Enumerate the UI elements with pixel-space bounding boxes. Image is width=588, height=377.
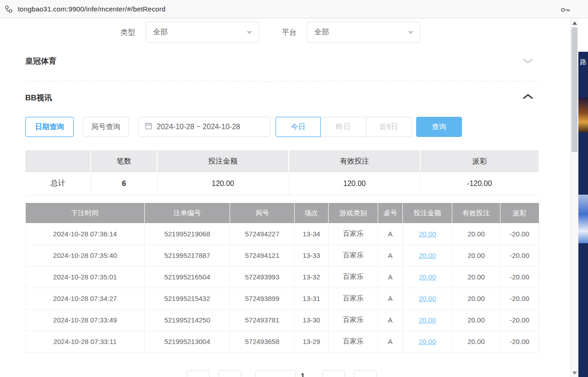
chevron-down-icon[interactable] bbox=[522, 57, 534, 66]
header-payout: 派彩 bbox=[500, 203, 539, 223]
cell-table-no: A bbox=[378, 266, 403, 288]
url-text[interactable]: tongbao31.com:9900/infe/mcenter/#/betRec… bbox=[18, 5, 165, 13]
cell-valid-bet: 20.00 bbox=[452, 331, 500, 352]
table-row: 2024-10-28 07:33:49 521995214250 5724937… bbox=[26, 309, 539, 331]
pagination-current-page: 1 bbox=[301, 372, 305, 377]
cell-round-no: 572494121 bbox=[230, 245, 295, 266]
address-bar[interactable]: tongbao31.com:9900/infe/mcenter/#/betRec… bbox=[0, 0, 588, 18]
cell-payout: -20.00 bbox=[500, 288, 539, 309]
cell-bet-time: 2024-10-28 07:35:01 bbox=[26, 266, 145, 288]
vertical-scrollbar[interactable] bbox=[570, 19, 578, 377]
header-table-no: 桌号 bbox=[378, 203, 403, 223]
bet-amount-link[interactable]: 20.00 bbox=[403, 288, 452, 309]
bet-amount-link[interactable]: 20.00 bbox=[403, 331, 452, 352]
table-row: 2024-10-28 07:35:40 521995217887 5724941… bbox=[26, 245, 539, 266]
pagination-page-input[interactable] bbox=[255, 370, 296, 377]
pagination-prev-button[interactable] bbox=[219, 370, 242, 377]
last8days-button[interactable]: 近8日 bbox=[366, 117, 412, 137]
query-button[interactable]: 查询 bbox=[416, 117, 462, 137]
cell-table-no: A bbox=[378, 245, 403, 266]
platform-select[interactable]: 全部 bbox=[307, 22, 420, 43]
summary-header-empty bbox=[25, 150, 91, 172]
quick-range-group: 今日 昨日 近8日 bbox=[275, 117, 412, 137]
cell-bet-time: 2024-10-28 07:33:11 bbox=[26, 331, 145, 352]
cell-session: 13-34 bbox=[295, 223, 329, 245]
summary-table: 笔数 投注金额 有效投注 派彩 总计 6 120.00 120.00 -120.… bbox=[25, 150, 539, 196]
section-bb-video: BB视讯 bbox=[25, 93, 52, 103]
cell-bet-no: 521995215432 bbox=[145, 288, 230, 309]
today-button[interactable]: 今日 bbox=[275, 117, 321, 137]
cell-game-type: 百家乐 bbox=[329, 288, 378, 309]
caret-down-icon bbox=[247, 31, 252, 34]
header-valid-bet: 有效投注 bbox=[452, 203, 500, 223]
cell-session: 13-30 bbox=[295, 309, 329, 331]
cell-bet-time: 2024-10-28 07:34:27 bbox=[26, 288, 145, 309]
cell-bet-no: 521995214250 bbox=[145, 309, 230, 331]
bet-record-page: 类型 全部 平台 全部 皇冠体育 BB视讯 日期查询 局号查询 bbox=[0, 19, 570, 377]
summary-header-row: 笔数 投注金额 有效投注 派彩 bbox=[25, 150, 539, 172]
side-banner-fragment[interactable] bbox=[578, 195, 588, 243]
type-select-value: 全部 bbox=[153, 27, 168, 37]
summary-header-bet: 投注金额 bbox=[157, 150, 289, 172]
arrow-up-icon[interactable] bbox=[572, 22, 577, 25]
cell-session: 13-33 bbox=[295, 245, 329, 266]
cell-payout: -20.00 bbox=[500, 266, 539, 288]
cell-session: 13-31 bbox=[295, 288, 329, 309]
table-row: 2024-10-28 07:34:27 521995215432 5724938… bbox=[26, 288, 539, 309]
cell-game-type: 百家乐 bbox=[329, 309, 378, 331]
pagination-first-button[interactable] bbox=[187, 370, 210, 377]
bet-amount-link[interactable]: 20.00 bbox=[403, 266, 452, 288]
table-row: 2024-10-28 07:33:11 521995213004 5724936… bbox=[26, 331, 539, 352]
cell-bet-no: 521995216504 bbox=[145, 266, 230, 288]
header-bet-time: 下注时间 bbox=[26, 203, 145, 223]
caret-down-icon bbox=[408, 31, 413, 34]
section-divider bbox=[25, 81, 539, 82]
yesterday-button[interactable]: 昨日 bbox=[321, 117, 366, 137]
platform-label: 平台 bbox=[282, 26, 297, 39]
summary-valid-bet: 120.00 bbox=[289, 172, 420, 195]
cell-round-no: 572493781 bbox=[230, 309, 295, 331]
password-key-icon[interactable] bbox=[561, 6, 571, 15]
round-query-button[interactable]: 局号查询 bbox=[82, 117, 129, 137]
summary-bet-amount: 120.00 bbox=[157, 172, 289, 195]
section-crown-sports: 皇冠体育 bbox=[25, 56, 56, 66]
pagination-last-button[interactable] bbox=[354, 370, 377, 377]
cell-valid-bet: 20.00 bbox=[452, 245, 500, 266]
bet-amount-link[interactable]: 20.00 bbox=[403, 309, 452, 331]
cell-bet-no: 521995219068 bbox=[145, 223, 230, 245]
summary-total-row: 总计 6 120.00 120.00 -120.00 bbox=[25, 172, 539, 195]
side-banner-fragment[interactable] bbox=[578, 98, 588, 132]
side-panel-label: 路 bbox=[578, 58, 588, 66]
cell-bet-no: 521995213004 bbox=[145, 331, 230, 352]
chevron-up-icon[interactable] bbox=[522, 93, 534, 102]
pagination-next-button[interactable] bbox=[322, 370, 345, 377]
table-row: 2024-10-28 07:35:01 521995216504 5724939… bbox=[26, 266, 539, 288]
summary-header-count: 笔数 bbox=[91, 150, 157, 172]
cell-payout: -20.00 bbox=[500, 331, 539, 352]
browser-window: tongbao31.com:9900/infe/mcenter/#/betRec… bbox=[0, 0, 588, 377]
type-label: 类型 bbox=[121, 26, 135, 39]
scrollbar-thumb[interactable] bbox=[572, 27, 577, 152]
cell-table-no: A bbox=[378, 223, 403, 245]
site-permissions-icon[interactable] bbox=[4, 5, 13, 14]
side-panel: 路 bbox=[578, 52, 588, 377]
table-row: 2024-10-28 07:36:14 521995219068 5724942… bbox=[26, 223, 539, 245]
cell-round-no: 572493658 bbox=[230, 331, 295, 352]
cell-table-no: A bbox=[378, 288, 403, 309]
arrow-down-icon[interactable] bbox=[572, 372, 577, 375]
cell-game-type: 百家乐 bbox=[329, 245, 378, 266]
date-range-input[interactable]: 2024-10-28 ~ 2024-10-28 bbox=[138, 117, 270, 137]
bet-table-body: 2024-10-28 07:36:14 521995219068 5724942… bbox=[26, 223, 539, 352]
cell-round-no: 572494227 bbox=[230, 223, 295, 245]
header-bet-no: 注单编号 bbox=[145, 203, 230, 223]
cell-table-no: A bbox=[378, 309, 403, 331]
summary-count: 6 bbox=[91, 172, 157, 195]
cell-table-no: A bbox=[378, 331, 403, 352]
type-select[interactable]: 全部 bbox=[146, 22, 259, 43]
bet-amount-link[interactable]: 20.00 bbox=[403, 245, 452, 266]
bet-amount-link[interactable]: 20.00 bbox=[403, 223, 452, 245]
cell-valid-bet: 20.00 bbox=[452, 266, 500, 288]
bet-table-header-row: 下注时间 注单编号 局号 场次 游戏类别 桌号 投注金额 有效投注 派彩 bbox=[26, 203, 539, 223]
summary-header-payout: 派彩 bbox=[420, 150, 539, 172]
date-query-button[interactable]: 日期查询 bbox=[25, 117, 74, 137]
